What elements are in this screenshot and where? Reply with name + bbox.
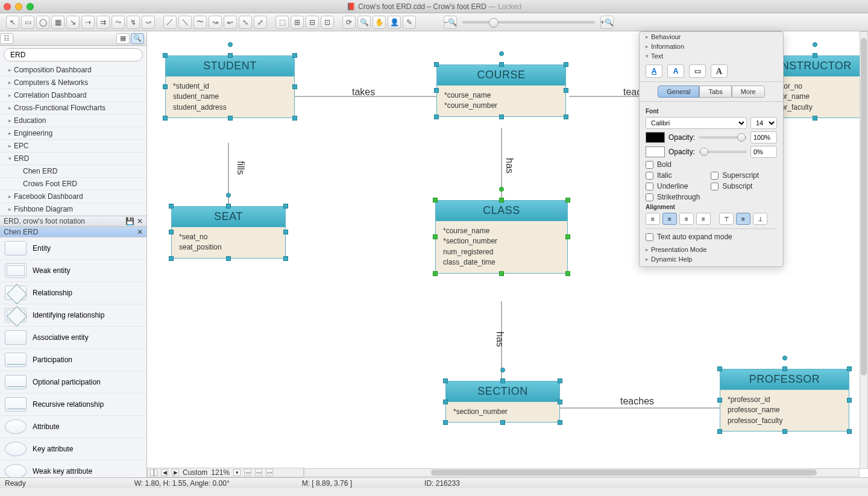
rect-tool[interactable]: ▭ bbox=[21, 16, 34, 29]
italic-checkbox[interactable]: Italic bbox=[646, 171, 700, 180]
zoom-reset-tool[interactable]: ⟳ bbox=[342, 16, 356, 29]
stencil-identifying-relationship[interactable]: Identifying relationship bbox=[0, 304, 146, 327]
stencil-associative-entity[interactable]: Associative entity bbox=[0, 327, 146, 349]
lib-computers-networks[interactable]: Computers & Networks bbox=[0, 77, 146, 89]
page-first-button[interactable]: ⎮ bbox=[150, 469, 157, 476]
lib-cross-functional[interactable]: Cross-Functional Flowcharts bbox=[0, 102, 146, 115]
layout-tool-4[interactable]: ⊡ bbox=[321, 16, 334, 29]
stencil-optional-participation[interactable]: Optional participation bbox=[0, 371, 146, 394]
line-tool-3[interactable]: 〜 bbox=[193, 16, 207, 29]
stencil-relationship[interactable]: Relationship bbox=[0, 282, 146, 304]
close-section-icon[interactable]: ✕ bbox=[137, 228, 143, 236]
line-tool-2[interactable]: ＼ bbox=[178, 16, 192, 29]
window-controls[interactable] bbox=[4, 3, 34, 10]
underline-checkbox[interactable]: Underline bbox=[646, 182, 700, 190]
entity-seat[interactable]: SEAT *seat_no seat_position bbox=[171, 206, 286, 259]
lib-engineering[interactable]: Engineering bbox=[0, 127, 146, 140]
stencil-attribute[interactable]: Attribute bbox=[0, 416, 146, 438]
tree-view-button[interactable]: ☷ bbox=[0, 33, 13, 44]
section-chen-erd[interactable]: Chen ERD ✕ bbox=[0, 227, 146, 237]
eyedropper-tool[interactable]: ✎ bbox=[403, 16, 416, 29]
section-information[interactable]: Information bbox=[640, 42, 783, 51]
library-list[interactable]: Composition Dashboard Computers & Networ… bbox=[0, 64, 146, 216]
bg-color-swatch[interactable] bbox=[646, 146, 665, 157]
align-justify-button[interactable]: ≡ bbox=[696, 213, 711, 225]
section-behaviour[interactable]: Behaviour bbox=[640, 32, 783, 42]
stencil-participation[interactable]: Participation bbox=[0, 349, 146, 371]
vertical-scrollbar[interactable] bbox=[860, 31, 868, 469]
entity-student[interactable]: STUDENT *student_id student_name student… bbox=[165, 55, 295, 118]
font-size-select[interactable]: 14 bbox=[750, 117, 777, 129]
zoom-tool[interactable]: 🔍 bbox=[357, 16, 371, 29]
lib-correlation-dashboard[interactable]: Correlation Dashboard bbox=[0, 89, 146, 102]
library-search-input[interactable] bbox=[4, 48, 143, 61]
pan-tool[interactable]: ✋ bbox=[373, 16, 386, 29]
section-dynamic-help[interactable]: Dynamic Help bbox=[640, 254, 783, 264]
stencil-entity[interactable]: Entity bbox=[0, 237, 146, 260]
search-view-button[interactable]: 🔍 bbox=[131, 33, 144, 44]
view-mode-2[interactable]: ▭ bbox=[255, 469, 262, 476]
align-center-button[interactable]: ≡ bbox=[662, 213, 677, 225]
font-select[interactable]: Calibri bbox=[646, 117, 747, 129]
zoom-in-button[interactable]: +🔍 bbox=[600, 16, 614, 29]
user-tool[interactable]: 👤 bbox=[388, 16, 401, 29]
align-left-button[interactable]: ≡ bbox=[646, 213, 660, 225]
page-next-button[interactable]: ▶ bbox=[172, 469, 179, 476]
section-text[interactable]: Text bbox=[640, 51, 783, 61]
table-tool[interactable]: ▦ bbox=[51, 16, 64, 29]
connector-tool-2[interactable]: ⇢ bbox=[81, 16, 95, 29]
stencil-list[interactable]: Entity Weak entity Relationship Identify… bbox=[0, 237, 146, 477]
layout-tool-2[interactable]: ⊞ bbox=[291, 16, 304, 29]
lib-crows-foot-erd[interactable]: Crows Foot ERD bbox=[0, 178, 146, 190]
zoom-slider[interactable] bbox=[462, 21, 595, 24]
stencil-key-attribute[interactable]: Key attribute bbox=[0, 438, 146, 460]
superscript-checkbox[interactable]: Superscript bbox=[711, 171, 759, 180]
entity-section[interactable]: SECTION *section_number bbox=[445, 381, 560, 422]
text-color-swatch[interactable] bbox=[646, 132, 665, 143]
entity-class[interactable]: CLASS *course_name *section_number num_r… bbox=[435, 200, 568, 274]
entity-professor[interactable]: PROFESSOR *professor_id professor_name p… bbox=[720, 369, 849, 432]
entity-course[interactable]: COURSE *course_name *course_number bbox=[436, 64, 566, 117]
view-mode-1[interactable]: ▭ bbox=[244, 469, 251, 476]
tab-tabs[interactable]: Tabs bbox=[699, 86, 731, 98]
zoom-dropdown[interactable]: ▾ bbox=[233, 469, 241, 476]
bg-opacity-input[interactable] bbox=[750, 146, 777, 158]
section-presentation-mode[interactable]: Presentation Mode bbox=[640, 245, 783, 254]
lib-composition-dashboard[interactable]: Composition Dashboard bbox=[0, 64, 146, 77]
lib-chen-erd[interactable]: Chen ERD bbox=[0, 165, 146, 178]
tab-general[interactable]: General bbox=[658, 86, 699, 98]
lib-erd[interactable]: ERD bbox=[0, 152, 146, 165]
underline-a-icon[interactable]: A bbox=[646, 64, 662, 78]
page-prev-button[interactable]: ◀ bbox=[161, 469, 168, 476]
connector-tool-4[interactable]: ⤳ bbox=[112, 16, 125, 29]
layout-tool-1[interactable]: ⬚ bbox=[275, 16, 289, 29]
horizontal-scrollbar[interactable] bbox=[304, 468, 860, 477]
minimize-icon[interactable] bbox=[15, 3, 22, 10]
zoom-mode[interactable]: Custom bbox=[183, 468, 207, 477]
line-tool-1[interactable]: ／ bbox=[163, 16, 177, 29]
stencil-weak-entity[interactable]: Weak entity bbox=[0, 260, 146, 282]
pointer-tool[interactable]: ↖ bbox=[6, 16, 19, 29]
connector-tool-6[interactable]: ⤻ bbox=[142, 16, 155, 29]
lib-education[interactable]: Education bbox=[0, 115, 146, 127]
line-tool-5[interactable]: ↜ bbox=[224, 16, 237, 29]
fill-a-icon[interactable]: A bbox=[667, 64, 684, 78]
stencil-recursive-relationship[interactable]: Recursive relationship bbox=[0, 394, 146, 416]
layout-tool-3[interactable]: ⊟ bbox=[306, 16, 319, 29]
view-mode-3[interactable]: ▭ bbox=[266, 469, 273, 476]
strikethrough-checkbox[interactable]: Strikethrough bbox=[646, 193, 700, 201]
line-tool-6[interactable]: ⤡ bbox=[239, 16, 252, 29]
text-opacity-slider[interactable] bbox=[699, 136, 747, 139]
line-tool-4[interactable]: ↝ bbox=[209, 16, 222, 29]
tab-more[interactable]: More bbox=[732, 86, 765, 98]
bold-checkbox[interactable]: Bold bbox=[646, 160, 700, 169]
subscript-checkbox[interactable]: Subscript bbox=[711, 182, 759, 190]
inspector-panel[interactable]: Behaviour Information Text A A ▭ A Gener… bbox=[639, 31, 784, 267]
smart-connector-tool[interactable]: ↘ bbox=[66, 16, 80, 29]
lib-epc[interactable]: EPC bbox=[0, 140, 146, 152]
text-opacity-input[interactable] bbox=[750, 131, 777, 143]
ellipse-tool[interactable]: ◯ bbox=[36, 16, 49, 29]
serif-a-icon[interactable]: A bbox=[711, 64, 728, 78]
zoom-value[interactable]: 121% bbox=[211, 468, 230, 477]
grid-view-button[interactable]: ▦ bbox=[116, 33, 130, 44]
